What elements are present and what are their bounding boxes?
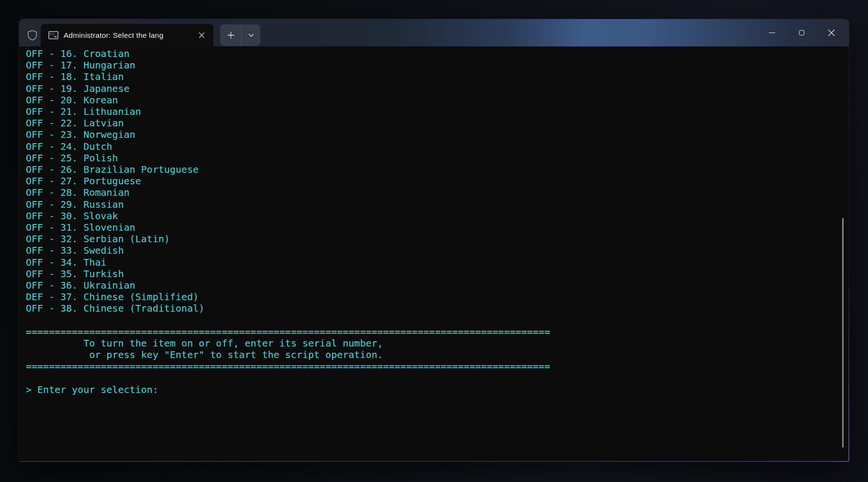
language-row: OFF - 38. Chinese (Traditional) bbox=[26, 303, 849, 314]
instruction-line: or press key "Enter" to start the script… bbox=[26, 349, 849, 360]
language-list: OFF - 16. CroatianOFF - 17. HungarianOFF… bbox=[26, 48, 849, 314]
language-row: OFF - 21. Lithuanian bbox=[26, 106, 849, 117]
language-row: OFF - 19. Japanese bbox=[26, 83, 849, 94]
admin-shield-icon bbox=[26, 29, 38, 41]
separator-line: ========================================… bbox=[26, 326, 849, 337]
language-row: DEF - 37. Chinese (Simplified) bbox=[26, 291, 849, 303]
language-row: OFF - 30. Slovak bbox=[26, 210, 849, 222]
terminal-content[interactable]: OFF - 16. CroatianOFF - 17. HungarianOFF… bbox=[19, 46, 849, 461]
minimize-icon bbox=[769, 33, 775, 33]
tab-close-icon[interactable] bbox=[194, 28, 209, 43]
terminal-window: C:\ Administrator: Select the lang bbox=[19, 19, 849, 461]
language-row: OFF - 20. Korean bbox=[26, 94, 849, 106]
language-row: OFF - 27. Portuguese bbox=[26, 175, 849, 187]
language-row: OFF - 25. Polish bbox=[26, 152, 849, 164]
new-tab-group bbox=[220, 24, 260, 46]
blank-line bbox=[26, 372, 849, 384]
maximize-button[interactable] bbox=[787, 19, 816, 46]
language-row: OFF - 18. Italian bbox=[26, 71, 849, 82]
tab-active[interactable]: C:\ Administrator: Select the lang bbox=[41, 24, 213, 46]
selection-prompt: > Enter your selection: bbox=[26, 384, 849, 395]
language-row: OFF - 22. Latvian bbox=[26, 117, 849, 129]
language-row: OFF - 31. Slovenian bbox=[26, 222, 849, 233]
svg-text:C:\: C:\ bbox=[50, 33, 55, 35]
language-row: OFF - 16. Croatian bbox=[26, 48, 849, 59]
maximize-icon bbox=[799, 30, 804, 35]
language-row: OFF - 36. Ukrainian bbox=[26, 280, 849, 291]
language-row: OFF - 28. Romanian bbox=[26, 187, 849, 198]
language-row: OFF - 33. Swedish bbox=[26, 245, 849, 256]
desktop-background: C:\ Administrator: Select the lang bbox=[0, 0, 868, 482]
separator-line: ========================================… bbox=[26, 360, 849, 372]
language-row: OFF - 35. Turkish bbox=[26, 268, 849, 280]
window-controls bbox=[757, 19, 846, 46]
close-icon bbox=[828, 29, 835, 36]
language-row: OFF - 32. Serbian (Latin) bbox=[26, 233, 849, 245]
command-prompt-icon: C:\ bbox=[48, 31, 58, 39]
tab-dropdown-button[interactable] bbox=[241, 24, 260, 46]
language-row: OFF - 23. Norwegian bbox=[26, 129, 849, 140]
language-row: OFF - 24. Dutch bbox=[26, 141, 849, 152]
language-row: OFF - 17. Hungarian bbox=[26, 59, 849, 71]
tab-title: Administrator: Select the lang bbox=[64, 31, 189, 40]
titlebar[interactable]: C:\ Administrator: Select the lang bbox=[19, 19, 849, 46]
minimize-button[interactable] bbox=[757, 19, 787, 46]
language-row: OFF - 29. Russian bbox=[26, 199, 849, 210]
new-tab-button[interactable] bbox=[220, 24, 241, 46]
close-button[interactable] bbox=[816, 19, 846, 46]
blank-line bbox=[26, 314, 849, 326]
language-row: OFF - 34. Thai bbox=[26, 257, 849, 268]
language-row: OFF - 26. Brazilian Portuguese bbox=[26, 164, 849, 175]
instruction-line: To turn the item on or off, enter its se… bbox=[26, 337, 849, 349]
scrollbar-thumb[interactable] bbox=[842, 218, 844, 448]
